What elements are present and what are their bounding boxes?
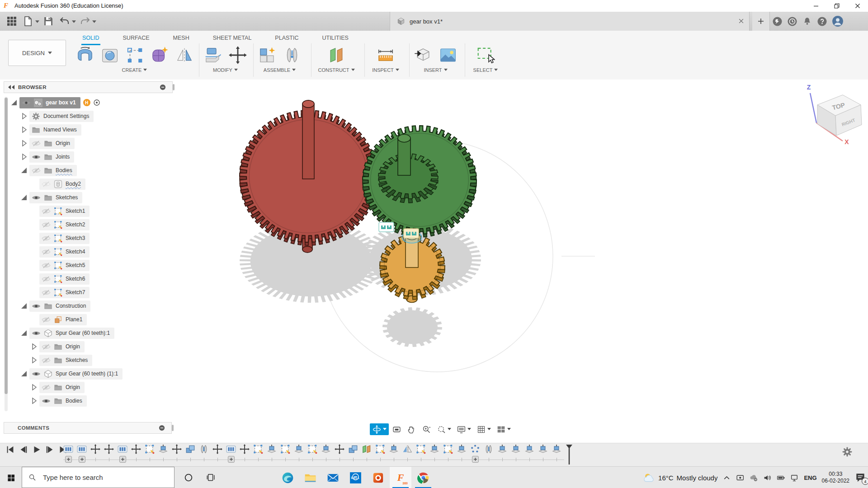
taskbar-app-explorer[interactable] — [299, 467, 321, 488]
display-button[interactable] — [454, 423, 473, 435]
timeline-op-extrude[interactable] — [538, 444, 548, 463]
timeline-op-extrude[interactable] — [497, 444, 507, 463]
onedrive-icon[interactable] — [750, 474, 758, 482]
notifications-icon[interactable] — [802, 16, 812, 27]
browser-header[interactable]: BROWSER — [4, 81, 173, 93]
timeline-op-extrude[interactable] — [457, 444, 467, 463]
browser-item-bodies[interactable]: Bodies — [4, 164, 172, 177]
visibility-off-icon[interactable] — [32, 141, 41, 146]
visibility-off-icon[interactable] — [42, 276, 51, 282]
timeline-op-component[interactable] — [63, 444, 73, 463]
tree-item[interactable]: Origin — [39, 341, 85, 352]
browser-item-joints[interactable]: Joints — [4, 150, 172, 164]
browser-item-spur-gear-60-teeth-1[interactable]: Spur Gear (60 teeth):1 — [4, 326, 172, 340]
visibility-off-icon[interactable] — [32, 168, 41, 174]
collapse-arrow-icon[interactable] — [20, 193, 28, 202]
timeline-op-move[interactable] — [240, 444, 250, 463]
close-document-icon[interactable] — [738, 18, 745, 24]
tree-item[interactable]: Plane1 — [39, 314, 87, 325]
timeline-op-sketch[interactable] — [416, 444, 426, 463]
weather-widget[interactable]: 16°C Mostly cloudy — [643, 472, 717, 484]
expand-arrow-icon[interactable] — [30, 397, 38, 405]
press-pull-icon[interactable] — [203, 46, 222, 65]
browser-item-spur-gear-60-teeth-1-1[interactable]: Spur Gear (60 teeth) (1):1 — [4, 367, 172, 380]
timeline-group-expand-icon[interactable] — [472, 456, 479, 463]
timeline-skip-start-button[interactable] — [5, 445, 15, 455]
file-new-icon[interactable] — [23, 16, 33, 27]
cortana-button[interactable] — [178, 467, 199, 488]
timeline-op-sketch[interactable] — [253, 444, 263, 463]
timeline-op-extrude[interactable] — [158, 444, 168, 463]
timeline-op-extrude[interactable] — [429, 444, 439, 463]
network-icon[interactable] — [790, 474, 799, 482]
new-tab-button[interactable] — [752, 12, 770, 31]
assemble-menu[interactable]: ASSEMBLE — [264, 67, 296, 73]
expand-arrow-icon[interactable] — [30, 356, 38, 364]
visibility-on-icon[interactable] — [22, 100, 31, 106]
timeline-op-mirror[interactable] — [402, 444, 412, 463]
tree-item[interactable]: Document Settings — [29, 111, 94, 122]
joint-marker[interactable] — [404, 229, 419, 238]
undo-dropdown-icon[interactable] — [72, 20, 76, 23]
timeline-op-component[interactable] — [118, 444, 127, 463]
timeline-op-move[interactable] — [131, 444, 141, 463]
timeline-op-move[interactable] — [335, 444, 344, 463]
measure-icon[interactable] — [376, 46, 395, 65]
expand-arrow-icon[interactable] — [20, 153, 28, 161]
joint-marker[interactable] — [379, 222, 394, 232]
timeline-play-button[interactable] — [32, 445, 42, 455]
visibility-off-icon[interactable] — [42, 344, 51, 350]
construct-plane-icon[interactable] — [327, 46, 346, 65]
expand-arrow-icon[interactable] — [30, 383, 38, 391]
document-tab[interactable]: gear box v1* — [390, 12, 750, 31]
profile-icon[interactable] — [832, 15, 844, 27]
save-icon[interactable] — [43, 16, 54, 27]
taskbar-app-dell[interactable]: DELL — [344, 467, 366, 488]
collapse-arrow-icon[interactable] — [20, 370, 28, 378]
taskbar-app-edge[interactable] — [277, 467, 298, 488]
browser-item-sketch3[interactable]: Sketch3 — [4, 231, 172, 245]
timeline-op-joint[interactable] — [484, 444, 494, 463]
collapse-arrow-icon[interactable] — [10, 99, 18, 107]
taskbar-search[interactable] — [22, 467, 175, 488]
tree-item[interactable]: Body2 — [39, 178, 85, 190]
timeline-op-move[interactable] — [212, 444, 222, 463]
select-menu[interactable]: SELECT — [473, 67, 498, 73]
tree-item[interactable]: Bodies — [39, 395, 87, 407]
timeline-op-plane[interactable] — [362, 444, 372, 463]
timeline-op-joint[interactable] — [199, 444, 209, 463]
collapse-arrow-icon[interactable] — [20, 166, 28, 174]
fit-button[interactable] — [434, 423, 453, 435]
file-new-dropdown-icon[interactable] — [35, 20, 39, 23]
mirror-icon[interactable] — [175, 46, 194, 65]
tree-item[interactable]: Spur Gear (60 teeth) (1):1 — [29, 368, 123, 380]
redo-dropdown-icon[interactable] — [92, 20, 96, 23]
visibility-off-icon[interactable] — [42, 263, 51, 268]
new-component-icon[interactable] — [258, 46, 277, 65]
tree-item[interactable]: Sketch5 — [39, 260, 90, 271]
timeline-step-back-button[interactable] — [19, 445, 28, 455]
comments-options-icon[interactable] — [159, 425, 165, 431]
visibility-off-icon[interactable] — [42, 290, 51, 296]
canvas-image-icon[interactable] — [439, 46, 458, 65]
browser-item-sketch5[interactable]: Sketch5 — [4, 258, 172, 272]
action-center[interactable]: 4 — [854, 472, 866, 483]
modify-menu[interactable]: MODIFY — [213, 67, 238, 73]
timeline-op-extrude[interactable] — [524, 444, 534, 463]
visibility-on-icon[interactable] — [32, 154, 41, 160]
timeline-group-expand-icon[interactable] — [228, 456, 235, 463]
tree-item[interactable]: Joints — [29, 151, 74, 163]
help-icon[interactable] — [817, 16, 827, 27]
tree-item[interactable]: Named Views — [29, 124, 81, 136]
timeline-position-marker[interactable] — [565, 444, 573, 465]
browser-item-origin[interactable]: Origin — [4, 340, 172, 353]
timeline-step-forward-button[interactable] — [45, 445, 55, 455]
view-cube[interactable]: TOP RIGHT Z X — [794, 81, 868, 145]
tree-item[interactable]: Sketches — [29, 192, 82, 203]
minimize-button[interactable] — [806, 0, 826, 12]
volume-icon[interactable] — [763, 474, 772, 482]
look-at-button[interactable] — [390, 423, 404, 435]
timeline-op-extrude[interactable] — [552, 444, 561, 463]
timeline-op-move[interactable] — [104, 444, 114, 463]
expand-arrow-icon[interactable] — [20, 112, 28, 120]
